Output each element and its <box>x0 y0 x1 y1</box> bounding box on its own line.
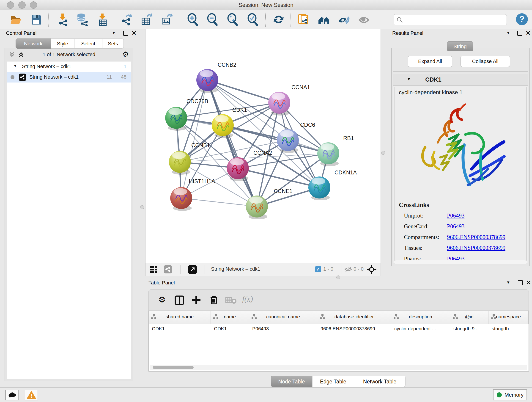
grid-view-icon[interactable] <box>150 266 157 274</box>
network-edge[interactable] <box>223 125 328 153</box>
memory-button[interactable]: Memory <box>493 389 527 400</box>
table-hscrollbar-thumb[interactable] <box>153 366 194 369</box>
crosslink-link[interactable]: 9606.ENSP00000378699 <box>447 245 505 251</box>
tab-select[interactable]: Select <box>74 38 102 49</box>
table-row[interactable]: CDK1CDK1P064939606.ENSP00000378699cyclin… <box>149 324 529 334</box>
column-header--id[interactable]: @id <box>450 311 488 324</box>
export-table-icon[interactable] <box>140 13 153 26</box>
gene-section-header[interactable]: ▼ CDK1 <box>393 74 528 85</box>
column-header-name[interactable]: name <box>211 311 249 324</box>
gene-collapse-icon[interactable]: ▼ <box>407 77 411 82</box>
collapse-all-button[interactable]: Collapse All <box>461 56 510 67</box>
column-header-database-identifier[interactable]: database identifier <box>317 311 391 324</box>
search-field[interactable] <box>394 14 507 25</box>
network-collection-row[interactable]: ▼ String Network – cdk1 1 <box>7 61 131 72</box>
table-cell[interactable]: stringdb:9... <box>450 324 488 334</box>
tab-style[interactable]: Style <box>51 38 74 49</box>
network-edge[interactable] <box>207 80 279 103</box>
network-node-cdk1[interactable] <box>212 114 234 138</box>
expand-all-button[interactable]: Expand All <box>408 56 452 67</box>
network-node-ccnb1[interactable] <box>169 151 191 175</box>
column-header-description[interactable]: description <box>391 311 450 324</box>
table-cell[interactable]: P06493 <box>249 324 317 334</box>
network-node-cdkn1a[interactable] <box>308 177 330 200</box>
column-header-canonical-name[interactable]: canonical name <box>249 311 317 324</box>
function-builder-icon[interactable]: f(x) <box>242 295 253 303</box>
network-node-ccna1[interactable] <box>268 92 290 115</box>
network-edge[interactable] <box>181 198 257 206</box>
network-node-ccne1[interactable] <box>246 196 268 219</box>
network-options-gear-icon[interactable]: ⚙ <box>122 51 129 58</box>
network-canvas[interactable]: CCNB2CCNA1CDC25BCDK1CDC6RB1CCNB1CCNA2CDK… <box>146 29 380 263</box>
left-splitter-handle[interactable] <box>140 205 144 209</box>
table-cell[interactable]: CDK1 <box>149 324 211 334</box>
network-view-type-icon[interactable] <box>164 265 172 274</box>
houses-icon[interactable] <box>317 13 330 26</box>
fit-content-crosshair-icon[interactable] <box>367 265 376 275</box>
save-session-icon[interactable] <box>30 13 43 26</box>
column-header-namespace[interactable]: namespace <box>488 311 529 324</box>
network-row[interactable]: String Network – cdk1 11 48 <box>7 72 131 83</box>
open-session-icon[interactable] <box>10 13 22 26</box>
table-cell[interactable]: cyclin-dependent ... <box>391 324 450 334</box>
help-button[interactable]: ? <box>516 13 528 25</box>
network-node-cdc25b[interactable] <box>165 107 187 131</box>
table-cell[interactable]: 9606.ENSP00000378699 <box>317 324 391 334</box>
control-panel-close-icon[interactable]: ✕ <box>132 31 137 35</box>
network-node-ccna2[interactable] <box>227 157 249 181</box>
toolbar-separator <box>205 265 205 274</box>
selected-nodes-checkbox-icon[interactable]: ✓ <box>315 266 321 272</box>
results-panel-float-icon[interactable] <box>517 31 522 36</box>
hide-selected-icon[interactable] <box>337 13 350 26</box>
tab-network[interactable]: Network <box>16 38 51 49</box>
import-network-file-icon[interactable] <box>56 13 69 26</box>
table-panel-close-icon[interactable]: ✕ <box>526 280 531 285</box>
tab-edge-table[interactable]: Edge Table <box>312 376 354 387</box>
zoom-fit-icon[interactable] <box>226 13 239 26</box>
import-network-database-icon[interactable] <box>76 13 89 26</box>
column-header-shared-name[interactable]: shared name <box>149 311 211 324</box>
results-panel-close-icon[interactable]: ✕ <box>526 31 531 35</box>
tab-sets[interactable]: Sets <box>102 38 124 49</box>
network-node-ccnb2[interactable] <box>196 69 218 93</box>
zoom-in-icon[interactable] <box>186 13 199 26</box>
birds-eye-view-icon[interactable] <box>188 265 197 274</box>
crosslink-link[interactable]: P06493 <box>447 223 464 230</box>
delete-table-icon[interactable] <box>225 297 237 305</box>
add-column-icon[interactable] <box>191 295 201 306</box>
tab-string[interactable]: String <box>447 41 473 51</box>
table-cell[interactable]: stringdb <box>488 324 529 334</box>
control-panel-float-icon[interactable] <box>123 31 128 36</box>
export-network-icon[interactable] <box>120 13 133 26</box>
results-panel-menu-icon[interactable]: ▼ <box>506 31 510 35</box>
network-node-cdc6[interactable] <box>277 129 299 153</box>
crosslink-link[interactable]: P06493 <box>447 212 464 219</box>
results-hscrollbar[interactable] <box>394 260 527 264</box>
export-image-icon[interactable] <box>160 13 173 26</box>
table-panel-menu-icon[interactable]: ▼ <box>506 280 510 285</box>
table-panel-float-icon[interactable] <box>518 280 523 285</box>
search-input[interactable] <box>404 15 503 24</box>
tab-network-table[interactable]: Network Table <box>354 376 405 387</box>
show-columns-icon[interactable] <box>174 295 184 306</box>
control-panel-menu-icon[interactable]: ▼ <box>112 31 116 35</box>
network-node-hist1h1a[interactable] <box>170 187 192 211</box>
network-from-selection-icon[interactable] <box>298 13 310 26</box>
zoom-selected-icon[interactable] <box>247 13 259 26</box>
right-splitter-handle[interactable] <box>381 151 385 155</box>
network-node-rb1[interactable] <box>317 142 339 166</box>
crosslink-link[interactable]: 9606.ENSP00000378699 <box>447 234 505 240</box>
show-all-icon[interactable] <box>357 13 370 26</box>
import-table-icon[interactable] <box>96 13 109 26</box>
cloud-button[interactable] <box>5 390 19 400</box>
table-hscrollbar[interactable] <box>150 365 527 370</box>
delete-column-icon[interactable] <box>209 295 219 306</box>
table-options-gear-icon[interactable]: ⚙ <box>158 296 166 303</box>
tab-node-table[interactable]: Node Table <box>271 376 312 387</box>
zoom-out-icon[interactable] <box>206 13 219 26</box>
collection-expand-icon[interactable]: ▼ <box>13 64 17 68</box>
network-edge[interactable] <box>238 168 319 187</box>
apply-layout-icon[interactable] <box>272 13 285 26</box>
table-cell[interactable]: CDK1 <box>211 324 249 334</box>
warnings-button[interactable] <box>25 390 38 400</box>
